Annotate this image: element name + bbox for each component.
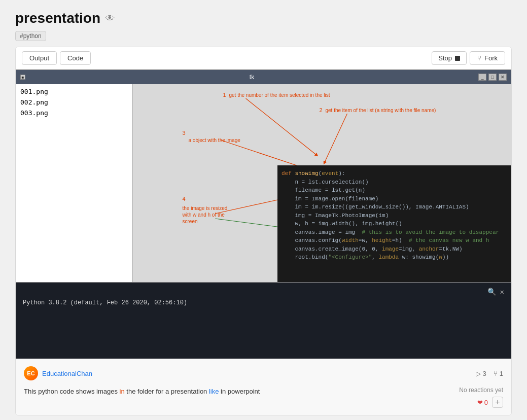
tk-close[interactable]: ✕ bbox=[499, 74, 507, 81]
highlight-in: in bbox=[120, 388, 125, 395]
eye-icon[interactable]: 👁 bbox=[106, 13, 115, 24]
avatar: EC bbox=[24, 366, 38, 380]
tk-title: tk bbox=[25, 74, 478, 81]
svg-line-5 bbox=[325, 114, 347, 163]
heart-icon: ❤ bbox=[477, 399, 483, 406]
svg-text:2: 2 bbox=[320, 107, 323, 113]
tag-row: #python bbox=[15, 31, 512, 40]
code-block: def showimg(event): n = lst.curselection… bbox=[277, 165, 511, 282]
fork-label: Fork bbox=[484, 54, 498, 62]
tk-minimize[interactable]: _ bbox=[478, 74, 486, 81]
file-list: 001.png 002.png 003.png bbox=[16, 84, 133, 282]
terminal-search-icon[interactable]: 🔍 bbox=[487, 288, 496, 296]
stats-row: ▷ 3 ⑂ 1 bbox=[476, 370, 503, 377]
fork-count: 1 bbox=[500, 370, 503, 377]
fork-icon: ⑂ bbox=[477, 54, 481, 62]
svg-text:get the number of the item sel: get the number of the item selected in t… bbox=[229, 92, 330, 98]
stop-label: Stop bbox=[438, 54, 452, 62]
author-info: EC EducationalChan bbox=[24, 366, 92, 380]
heart-button[interactable]: ❤ 0 bbox=[477, 399, 488, 406]
file-item-3[interactable]: 003.png bbox=[16, 108, 132, 118]
svg-line-2 bbox=[246, 98, 317, 155]
terminal-close-icon[interactable]: ✕ bbox=[500, 288, 504, 296]
author-row: EC EducationalChan ▷ 3 ⑂ 1 bbox=[24, 366, 503, 380]
output-tab[interactable]: Output bbox=[22, 51, 57, 65]
terminal-output: Python 3.8.2 (default, Feb 26 2020, 02:5… bbox=[23, 299, 504, 306]
svg-text:4: 4 bbox=[183, 196, 186, 202]
tk-dot: ■ bbox=[20, 75, 25, 80]
play-count: 3 bbox=[483, 370, 486, 377]
page-title: presentation bbox=[15, 10, 100, 26]
svg-text:get the item of the list (a st: get the item of the list (a string with … bbox=[326, 108, 436, 113]
toolbar: Output Code Stop ⑂ Fork bbox=[16, 47, 511, 69]
code-tab[interactable]: Code bbox=[60, 51, 91, 65]
heart-count: 0 bbox=[484, 399, 488, 406]
title-row: presentation 👁 bbox=[15, 10, 512, 26]
highlight-like: like bbox=[209, 388, 219, 395]
svg-text:a object with the image: a object with the image bbox=[189, 137, 241, 143]
python-tag[interactable]: #python bbox=[15, 31, 46, 41]
svg-text:the image is resized: the image is resized bbox=[183, 205, 228, 211]
fork-stat-icon: ⑂ bbox=[494, 370, 498, 377]
svg-text:screen: screen bbox=[183, 219, 198, 224]
main-card: Output Code Stop ⑂ Fork ■ tk _ □ bbox=[15, 47, 512, 415]
file-item-2[interactable]: 002.png bbox=[16, 97, 132, 108]
stop-button[interactable]: Stop bbox=[432, 51, 467, 65]
play-icon: ▷ bbox=[476, 370, 481, 377]
play-stat[interactable]: ▷ 3 bbox=[476, 370, 486, 377]
tk-titlebar: ■ tk _ □ ✕ bbox=[16, 70, 511, 84]
annotation-area: 1 get the number of the item selected in… bbox=[133, 84, 511, 282]
reactions-section: No reactions yet ❤ 0 + bbox=[459, 387, 503, 408]
svg-text:1: 1 bbox=[223, 92, 226, 98]
tk-window: ■ tk _ □ ✕ 001.png 002.png 003.png bbox=[16, 69, 511, 283]
description-row: This python code shows images in the fol… bbox=[24, 387, 503, 408]
file-item-1[interactable]: 001.png bbox=[16, 86, 132, 97]
tk-maximize[interactable]: □ bbox=[488, 74, 497, 81]
description-text: This python code shows images in the fol… bbox=[24, 387, 260, 397]
svg-text:3: 3 bbox=[183, 130, 186, 136]
terminal-toolbar: 🔍 ✕ bbox=[23, 288, 504, 296]
reaction-row: ❤ 0 + bbox=[459, 397, 503, 408]
stop-icon bbox=[455, 56, 460, 61]
add-reaction-button[interactable]: + bbox=[492, 397, 503, 408]
svg-text:with w and h of the: with w and h of the bbox=[182, 212, 225, 218]
page-container: presentation 👁 #python Output Code Stop … bbox=[0, 0, 527, 420]
footer-section: EC EducationalChan ▷ 3 ⑂ 1 This pytho bbox=[16, 359, 511, 415]
tk-body: 001.png 002.png 003.png 1 get the number… bbox=[16, 84, 511, 282]
fork-button[interactable]: ⑂ Fork bbox=[470, 51, 505, 65]
terminal: 🔍 ✕ Python 3.8.2 (default, Feb 26 2020, … bbox=[16, 283, 511, 359]
no-reactions-label: No reactions yet bbox=[459, 387, 503, 394]
tk-controls: _ □ ✕ bbox=[478, 74, 507, 81]
author-name[interactable]: EducationalChan bbox=[42, 370, 92, 377]
fork-stat[interactable]: ⑂ 1 bbox=[494, 370, 503, 377]
